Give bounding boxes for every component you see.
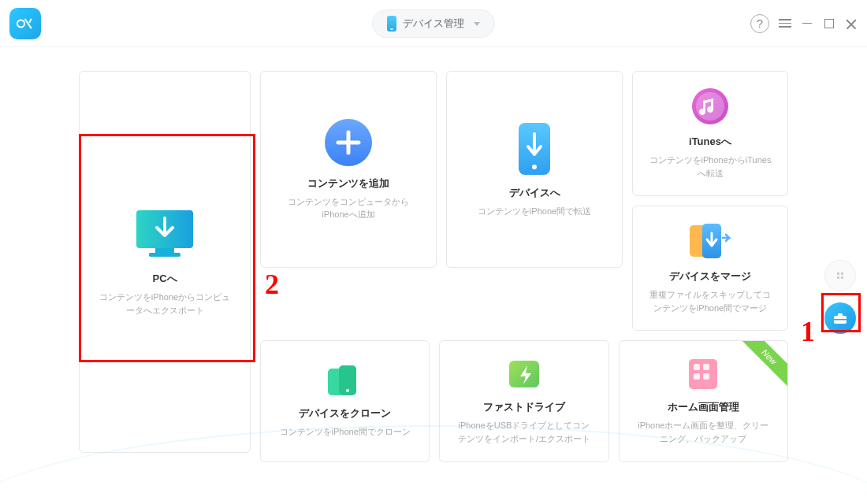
card-title: デバイスをクローン (299, 406, 391, 421)
svg-point-6 (532, 165, 537, 169)
phone-download-icon (517, 121, 552, 176)
card-title: デバイスへ (509, 186, 560, 200)
svg-point-13 (346, 389, 349, 392)
card-fast-drive[interactable]: ファストドライブ iPhoneをUSBドライブとしてコンテンツをインポート/エク… (439, 340, 608, 462)
svg-rect-19 (703, 373, 709, 380)
card-desc: iPhoneをUSBドライブとしてコンテンツをインポート/エクスポート (449, 419, 598, 445)
svg-point-8 (696, 92, 724, 120)
main: PCへ コンテンツをiPhoneからコンピュータへエクスポート コンテンツを追加… (0, 47, 867, 462)
menu-button[interactable] (779, 19, 791, 28)
card-desc: コンテンツをiPhoneからコンピュータへエクスポート (89, 291, 240, 317)
card-title: ファストドライブ (483, 400, 565, 414)
svg-rect-3 (149, 253, 180, 257)
side-rail (824, 260, 856, 334)
card-title: コンテンツを追加 (307, 176, 389, 191)
svg-rect-18 (694, 373, 700, 380)
card-title: デバイスをマージ (669, 269, 751, 284)
card-desc: コンテンツをiPhone間で転送 (471, 205, 597, 218)
svg-rect-15 (689, 359, 717, 389)
svg-rect-2 (155, 248, 174, 253)
svg-rect-21 (838, 313, 843, 317)
help-button[interactable]: ? (750, 14, 769, 33)
clone-phones-icon (326, 364, 364, 397)
card-to-itunes[interactable]: iTunesへ コンテンツをiPhoneからiTunesへ転送 (632, 71, 788, 196)
card-desc: iPhoneホーム画面を整理、クリーニング、バックアップ (629, 419, 778, 445)
card-desc: コンテンツをiPhone間でクローン (273, 425, 417, 439)
card-add-content[interactable]: コンテンツを追加 コンテンツをコンピュータからiPhoneへ追加 (260, 71, 437, 268)
chevron-down-icon (474, 22, 480, 26)
drive-lightning-icon (506, 358, 542, 391)
card-title: iTunesへ (689, 135, 731, 149)
monitor-download-icon (133, 207, 196, 262)
card-title: PCへ (152, 272, 177, 286)
close-button[interactable] (845, 17, 858, 30)
svg-rect-16 (694, 364, 700, 370)
card-to-pc[interactable]: PCへ コンテンツをiPhoneからコンピュータへエクスポート (79, 71, 251, 453)
maximize-button[interactable] (823, 17, 835, 30)
merge-phones-icon (688, 222, 732, 260)
card-home-screen[interactable]: New ホーム画面管理 iPhoneホーム画面を整理、クリーニング、バックアップ (619, 340, 788, 462)
plus-circle-icon (324, 118, 373, 167)
phone-icon (387, 16, 396, 32)
music-note-icon (691, 87, 729, 125)
new-badge: New (740, 341, 787, 388)
svg-point-0 (17, 20, 24, 27)
card-desc: 重複ファイルをスキップしてコンテンツをiPhone間でマージ (642, 288, 778, 314)
device-label: デバイス管理 (403, 17, 464, 31)
window-controls: ? (750, 14, 858, 33)
header: デバイス管理 ? (0, 0, 867, 47)
svg-rect-22 (834, 319, 847, 321)
card-desc: コンテンツをiPhoneからiTunesへ転送 (642, 154, 778, 180)
svg-rect-17 (703, 364, 709, 370)
card-title: ホーム画面管理 (668, 400, 739, 414)
device-dropdown[interactable]: デバイス管理 (372, 9, 495, 38)
app-grid-icon (686, 358, 720, 391)
card-desc: コンテンツをコンピュータからiPhoneへ追加 (270, 195, 426, 221)
app-logo (9, 8, 41, 39)
annotation-number-2: 2 (265, 268, 279, 301)
card-to-device[interactable]: デバイスへ コンテンツをiPhone間で転送 (446, 71, 623, 268)
minimize-button[interactable] (801, 17, 813, 30)
card-clone[interactable]: デバイスをクローン コンテンツをiPhone間でクローン (260, 340, 430, 462)
rail-grid-button[interactable] (824, 260, 856, 291)
card-merge[interactable]: デバイスをマージ 重複ファイルをスキップしてコンテンツをiPhone間でマージ (632, 206, 788, 331)
annotation-number-1: 1 (801, 315, 815, 348)
rail-toolbox-button[interactable] (824, 302, 856, 334)
